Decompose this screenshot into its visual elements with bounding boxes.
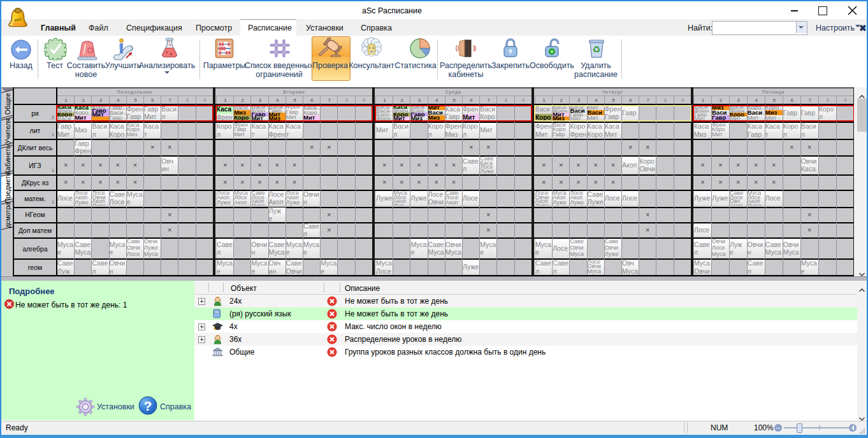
svg-text:♻: ♻ [592, 44, 600, 55]
svg-text:?: ? [144, 399, 152, 413]
